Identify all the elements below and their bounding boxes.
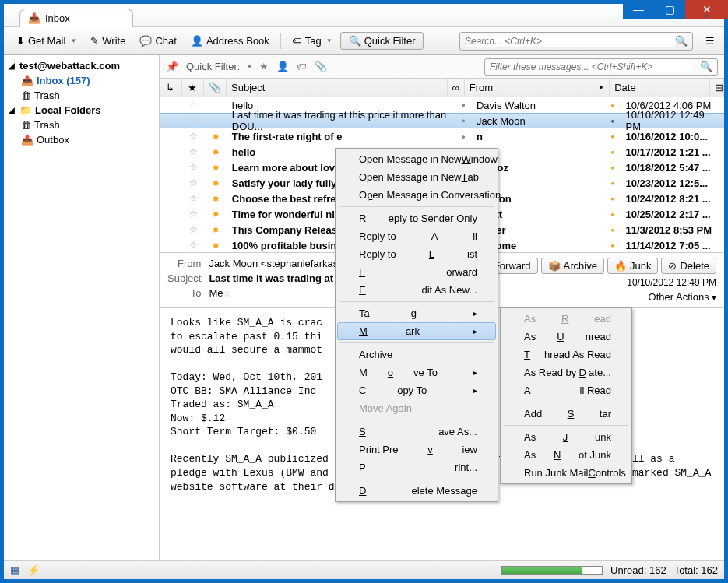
search-icon[interactable]: 🔍 — [675, 35, 688, 47]
archive-button[interactable]: 📦Archive — [541, 258, 604, 274]
sm-as-unread[interactable]: As Unread — [502, 328, 630, 346]
star-icon[interactable]: ☆ — [189, 224, 198, 235]
cm-reply-all[interactable]: Reply to All — [337, 227, 496, 245]
context-menu[interactable]: Open Message in New Window Open Message … — [335, 148, 498, 502]
star-icon[interactable]: ☆ — [189, 177, 198, 188]
tag-button[interactable]: 🏷 Tag ▼ — [286, 32, 339, 50]
search-icon[interactable]: 🔍 — [700, 61, 712, 72]
collapse-icon[interactable]: ◢ — [9, 106, 16, 114]
account-node[interactable]: ◢ test@webattack.com — [4, 58, 159, 73]
chat-button[interactable]: 💬 Chat — [133, 32, 182, 50]
cm-print[interactable]: Print... — [337, 458, 496, 476]
search-box[interactable]: 🔍 — [459, 32, 693, 51]
star-icon[interactable]: ☆ — [189, 146, 198, 157]
read-column[interactable]: • — [593, 79, 610, 97]
star-icon[interactable]: ☆ — [223, 288, 231, 299]
star-icon[interactable]: ★ — [259, 61, 269, 72]
sm-add-star[interactable]: Add Star — [502, 405, 630, 423]
local-folders-node[interactable]: ◢ 📁 Local Folders — [4, 103, 159, 118]
maximize-button[interactable]: ▢ — [654, 0, 685, 19]
quick-filter-button[interactable]: 🔍 Quick Filter — [340, 32, 424, 50]
other-actions-button[interactable]: Other Actions ▾ — [649, 291, 716, 303]
read-dot-icon[interactable]: ● — [610, 242, 614, 249]
folder-trash[interactable]: 🗑 Trash — [4, 88, 159, 103]
get-mail-button[interactable]: ⬇ Get Mail ▼ — [10, 32, 83, 50]
message-row[interactable]: ☆Last time it was trading at this price … — [160, 113, 724, 128]
app-menu-button[interactable]: ☰ — [702, 32, 718, 50]
read-dot-icon[interactable]: ● — [610, 164, 614, 171]
tab-menu-dropdown[interactable]: ▾ — [705, 12, 709, 20]
column-picker[interactable]: ⊞ — [710, 79, 724, 97]
sm-run-junk[interactable]: Run Junk Mail Controls — [502, 464, 630, 482]
read-dot-icon[interactable]: ● — [610, 180, 614, 187]
star-icon[interactable]: ☆ — [189, 131, 198, 142]
dot-icon[interactable]: • — [248, 61, 251, 72]
tab-inbox[interactable]: 📥 Inbox — [19, 9, 133, 27]
quick-filter-label: Quick Filter — [364, 35, 416, 47]
search-input[interactable] — [465, 36, 675, 47]
star-icon[interactable]: ☆ — [189, 162, 198, 173]
pin-icon[interactable]: 📌 — [166, 61, 178, 72]
read-dot-icon[interactable]: ● — [610, 149, 614, 156]
sm-thread-read[interactable]: Thread As Read — [502, 346, 630, 363]
sm-read-by-date[interactable]: As Read by Date... — [502, 363, 630, 381]
mark-submenu[interactable]: As Read As Unread Thread As Read As Read… — [500, 307, 632, 484]
tag-icon[interactable]: 🏷 — [297, 61, 307, 72]
chevron-down-icon[interactable]: ▼ — [326, 37, 332, 44]
star-column[interactable]: ★ — [182, 79, 205, 97]
cm-open-conversation[interactable]: Open Message in Conversation — [337, 186, 496, 204]
star-icon[interactable]: ☆ — [189, 209, 198, 220]
thread-column[interactable]: ↳ — [160, 79, 182, 97]
read-dot-icon[interactable]: ● — [610, 227, 614, 234]
online-icon[interactable]: ⚡ — [27, 564, 40, 576]
read-dot-icon[interactable]: ● — [610, 133, 614, 140]
read-dot-icon[interactable]: ● — [610, 211, 614, 218]
activity-icon[interactable]: ▦ — [10, 564, 19, 576]
cm-open-new-window[interactable]: Open Message in New Window — [337, 150, 496, 168]
attachment-column[interactable]: 📎 — [204, 79, 227, 97]
cm-print-preview[interactable]: Print Preview — [337, 441, 496, 458]
junk-button[interactable]: 🔥Junk — [607, 258, 658, 274]
star-icon[interactable]: ☆ — [189, 115, 198, 126]
collapse-icon[interactable]: ◢ — [9, 61, 16, 70]
address-book-button[interactable]: 👤 Address Book — [185, 32, 276, 50]
read-dot-icon[interactable]: ● — [610, 102, 614, 109]
cm-mark[interactable]: Mark▸ — [337, 322, 496, 340]
filter-messages-box[interactable]: 🔍 — [484, 58, 718, 76]
cm-reply-sender[interactable]: Reply to Sender Only — [337, 209, 496, 227]
correspondents-column[interactable]: ∞ — [448, 79, 465, 97]
subject-column[interactable]: Subject — [227, 79, 448, 97]
folder-inbox[interactable]: 📥 Inbox (157) — [4, 73, 159, 88]
cm-archive[interactable]: Archive — [337, 346, 496, 363]
read-dot-icon[interactable]: ● — [610, 118, 614, 125]
sm-all-read[interactable]: All Read — [502, 381, 630, 399]
cm-edit-as-new[interactable]: Edit As New... — [337, 281, 496, 299]
star-icon[interactable]: ☆ — [189, 100, 198, 111]
row-date: 10/25/2012 2:17 ... — [621, 206, 725, 222]
write-button[interactable]: ✎ Write — [84, 32, 132, 50]
from-column[interactable]: From — [465, 79, 593, 97]
filter-input[interactable] — [490, 61, 692, 72]
cm-forward[interactable]: Forward — [337, 263, 496, 281]
cm-tag[interactable]: Tag▸ — [337, 304, 496, 322]
cm-save-as[interactable]: Save As... — [337, 423, 496, 441]
read-dot-icon[interactable]: ● — [610, 195, 614, 202]
folder-outbox[interactable]: 📤 Outbox — [4, 132, 159, 147]
cm-move-to[interactable]: Move To▸ — [337, 363, 496, 381]
folder-local-trash[interactable]: 🗑 Trash — [4, 118, 159, 132]
date-column[interactable]: Date — [610, 79, 710, 97]
sm-as-junk[interactable]: As Junk — [502, 428, 630, 446]
delete-button[interactable]: ⊘Delete — [661, 258, 716, 274]
cm-open-new-tab[interactable]: Open Message in New Tab — [337, 168, 496, 186]
star-icon[interactable]: ☆ — [189, 240, 198, 251]
attachment-icon[interactable]: 📎 — [315, 61, 327, 72]
chevron-down-icon[interactable]: ▼ — [70, 37, 76, 44]
cm-copy-to[interactable]: Copy To▸ — [337, 381, 496, 399]
cm-reply-list[interactable]: Reply to List — [337, 245, 496, 263]
cm-delete[interactable]: Delete Message — [337, 482, 496, 500]
message-row[interactable]: ☆✸The first-rate night of e•n●10/16/2012… — [160, 128, 724, 144]
contact-icon[interactable]: 👤 — [276, 61, 289, 72]
minimize-button[interactable]: ― — [623, 0, 654, 19]
star-icon[interactable]: ☆ — [189, 193, 198, 204]
sm-as-not-junk[interactable]: As Not Junk — [502, 446, 630, 464]
